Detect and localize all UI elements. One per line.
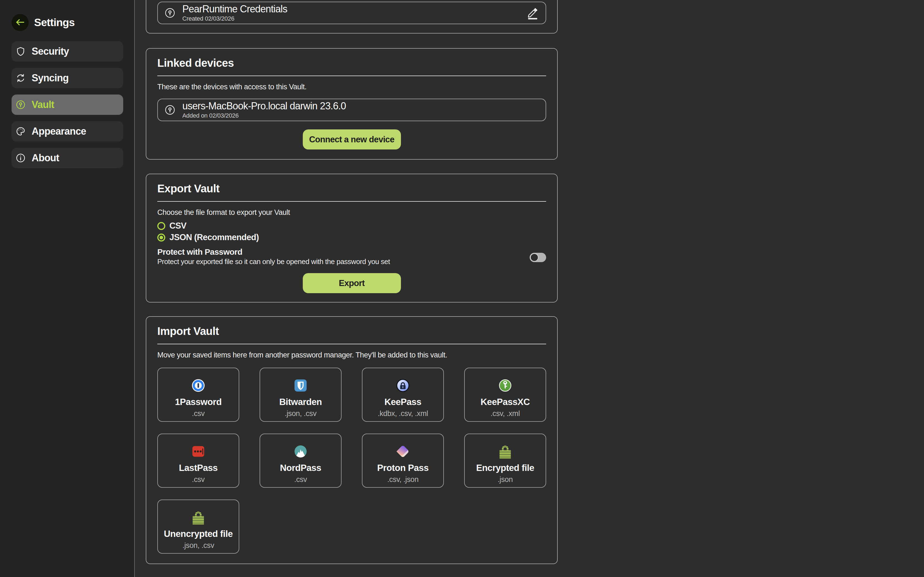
identity-card: PearRuntime Credentials Created 02/03/20… (146, 0, 558, 34)
import-tile-keepassxc[interactable]: KeePassXC .csv, .xml (464, 367, 546, 422)
unencrypted-lock-icon (192, 511, 205, 524)
key-circle-icon (165, 8, 175, 18)
sidebar-item-appearance[interactable]: Appearance (11, 121, 123, 142)
nordpass-icon (294, 445, 307, 458)
key-icon (16, 100, 26, 110)
arrow-left-icon (14, 16, 26, 29)
sidebar-header: Settings (11, 14, 134, 31)
radio-unchecked-icon[interactable] (157, 222, 165, 230)
linked-devices-title: Linked devices (157, 57, 546, 69)
key-circle-icon (165, 105, 175, 115)
import-sources-grid: 1Password .csv Bitwarden .json, .csv (157, 367, 546, 554)
import-tile-keepass[interactable]: KeePass .kdbx, .csv, .xml (362, 367, 444, 422)
import-vault-description: Move your saved items here from another … (157, 350, 546, 359)
import-source-formats: .kdbx, .csv, .xml (362, 409, 443, 418)
import-source-formats: .json, .csv (260, 409, 341, 418)
import-source-formats: .csv, .json (362, 475, 443, 484)
credential-meta: Created 02/03/2026 (183, 15, 519, 22)
divider (157, 201, 546, 201)
sidebar-item-label: About (32, 152, 59, 164)
import-tile-protonpass[interactable]: Proton Pass .csv, .json (362, 434, 444, 488)
import-source-name: LastPass (158, 463, 239, 474)
linked-devices-description: These are the devices with access to thi… (157, 82, 546, 92)
import-source-formats: .json (465, 475, 546, 484)
format-option-csv[interactable]: CSV (157, 220, 546, 232)
sidebar-item-label: Security (32, 46, 69, 57)
sidebar-item-label: Syncing (32, 72, 68, 84)
device-info: users-MacBook-Pro.local darwin 23.6.0 Ad… (183, 101, 538, 119)
import-source-name: NordPass (260, 463, 341, 474)
credential-row: PearRuntime Credentials Created 02/03/20… (157, 2, 546, 24)
device-meta: Added on 02/03/2026 (183, 112, 538, 119)
linked-devices-card: Linked devices These are the devices wit… (146, 48, 558, 160)
radio-checked-icon[interactable] (157, 234, 165, 242)
sidebar-item-label: Vault (32, 99, 54, 110)
protonpass-icon (396, 445, 409, 458)
import-source-name: Encrypted file (465, 463, 546, 474)
device-row: users-MacBook-Pro.local darwin 23.6.0 Ad… (157, 98, 546, 121)
format-option-json[interactable]: JSON (Recommended) (157, 232, 546, 243)
sidebar-nav: Security Syncing (11, 41, 134, 168)
sidebar: Settings Security (0, 0, 135, 577)
import-source-name: Proton Pass (362, 463, 443, 474)
import-vault-card: Import Vault Move your saved items here … (146, 316, 558, 564)
settings-content: PearRuntime Credentials Created 02/03/20… (135, 0, 924, 577)
shield-icon (16, 47, 26, 56)
protect-with-password-description: Protect your exported file so it can onl… (157, 257, 546, 266)
import-source-name: Bitwarden (260, 396, 341, 408)
info-icon (16, 153, 26, 163)
export-vault-card: Export Vault Choose the file format to e… (146, 174, 558, 303)
sidebar-item-security[interactable]: Security (11, 41, 123, 61)
export-button[interactable]: Export (303, 273, 401, 293)
protect-password-toggle[interactable] (530, 253, 546, 262)
keepass-icon (396, 379, 409, 392)
sidebar-item-syncing[interactable]: Syncing (11, 68, 123, 88)
sidebar-item-label: Appearance (32, 126, 86, 137)
format-option-label: JSON (Recommended) (170, 232, 259, 242)
device-name: users-MacBook-Pro.local darwin 23.6.0 (183, 101, 538, 111)
import-source-name: Unencrypted file (158, 529, 239, 539)
divider (157, 344, 546, 344)
import-source-name: KeePass (362, 396, 443, 408)
sidebar-item-vault[interactable]: Vault (11, 95, 123, 115)
credential-name: PearRuntime Credentials (183, 3, 519, 15)
edit-button[interactable] (527, 6, 538, 19)
import-tile-encrypted-file[interactable]: Encrypted file .json (464, 434, 546, 488)
import-source-name: 1Password (158, 396, 239, 408)
back-button[interactable] (11, 14, 29, 31)
import-source-formats: .csv (158, 409, 239, 418)
import-source-formats: .csv (158, 475, 239, 484)
export-format-prompt: Choose the file format to export your Va… (157, 208, 546, 217)
format-option-label: CSV (170, 221, 186, 231)
import-source-formats: .json, .csv (158, 541, 239, 550)
import-source-formats: .csv (260, 475, 341, 484)
page-title: Settings (34, 16, 74, 29)
import-tile-lastpass[interactable]: LastPass .csv (157, 434, 239, 488)
toggle-knob (530, 253, 538, 261)
import-tile-unencrypted-file[interactable]: Unencrypted file .json, .csv (157, 500, 239, 554)
import-tile-bitwarden[interactable]: Bitwarden .json, .csv (260, 367, 342, 422)
import-tile-1password[interactable]: 1Password .csv (157, 367, 239, 422)
import-source-name: KeePassXC (465, 396, 546, 408)
encrypted-lock-icon (499, 445, 512, 458)
import-tile-nordpass[interactable]: NordPass .csv (260, 434, 342, 488)
keepassxc-icon (499, 379, 512, 392)
sidebar-item-about[interactable]: About (11, 148, 123, 168)
settings-window: Settings Security (0, 0, 924, 577)
sync-icon (16, 73, 26, 83)
credential-info: PearRuntime Credentials Created 02/03/20… (183, 3, 519, 22)
connect-new-device-button[interactable]: Connect a new device (303, 129, 401, 150)
protect-with-password-title: Protect with Password (157, 247, 546, 257)
import-vault-title: Import Vault (157, 325, 546, 337)
pencil-icon (527, 16, 538, 20)
palette-icon (16, 126, 26, 136)
export-vault-title: Export Vault (157, 182, 546, 195)
onepassword-icon (192, 379, 205, 392)
bitwarden-icon (294, 379, 307, 392)
import-source-formats: .csv, .xml (465, 409, 546, 418)
divider (157, 76, 546, 76)
lastpass-icon (192, 445, 205, 458)
